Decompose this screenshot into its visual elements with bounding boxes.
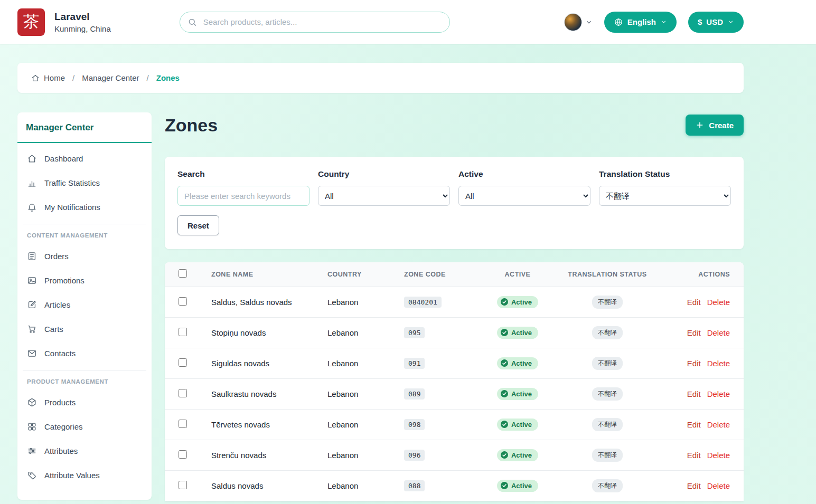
translation-badge: 不翻译 (592, 357, 623, 370)
country-select[interactable]: All (318, 186, 450, 206)
global-search-input[interactable] (180, 12, 450, 33)
filter-active-label: Active (458, 169, 590, 179)
check-circle-icon (501, 359, 508, 367)
edit-link[interactable]: Edit (687, 389, 701, 398)
column-country: COUNTRY (322, 262, 399, 287)
edit-link[interactable]: Edit (687, 298, 701, 307)
status-badge-label: Active (511, 421, 532, 429)
edit-link[interactable]: Edit (687, 328, 701, 337)
delete-link[interactable]: Delete (707, 420, 730, 429)
status-badge-label: Active (511, 359, 532, 367)
zone-name-cell: Siguldas novads (206, 348, 322, 378)
sidebar-item-my-notifications[interactable]: My Notifications (22, 195, 147, 219)
table-row-t-rvetes-novads: Tērvetes novads Lebanon 098 Active 不翻译 (165, 409, 744, 440)
zone-name-cell: Strenču novads (206, 440, 322, 470)
edit-link[interactable]: Edit (687, 481, 701, 490)
create-button-label: Create (709, 121, 734, 130)
edit-link[interactable]: Edit (687, 359, 701, 368)
zone-name-cell: Stopiņu novads (206, 317, 322, 348)
row-checkbox[interactable] (179, 328, 187, 336)
categories-icon (27, 422, 37, 432)
currency-label: USD (706, 17, 723, 26)
sidebar-item-traffic-statistics[interactable]: Traffic Statistics (22, 170, 147, 195)
sidebar-item-carts[interactable]: Carts (22, 317, 147, 341)
sidebar-item-label: Orders (44, 252, 69, 261)
zone-code-badge: 095 (404, 327, 425, 338)
reset-button[interactable]: Reset (177, 215, 219, 235)
filter-search: Search Reset (177, 169, 309, 235)
sidebar-item-articles[interactable]: Articles (22, 292, 147, 317)
breadcrumb-manager-center[interactable]: Manager Center (82, 73, 139, 82)
globe-icon (614, 17, 623, 27)
sidebar-item-products[interactable]: Products (22, 390, 147, 414)
sidebar-item-attribute-values[interactable]: Attribute Values (22, 463, 147, 487)
sidebar-nav-main: Dashboard Traffic Statistics My Notifica… (17, 143, 152, 220)
sidebar-item-contacts[interactable]: Contacts (22, 341, 147, 365)
zone-code-badge: 089 (404, 388, 425, 400)
column-actions: ACTIONS (658, 262, 744, 287)
active-select[interactable]: All (458, 186, 590, 206)
app-logo[interactable]: 茶 (17, 8, 45, 36)
delete-link[interactable]: Delete (707, 481, 730, 490)
sidebar-item-promotions[interactable]: Promotions (22, 268, 147, 292)
zone-name-cell: Saulkrastu novads (206, 378, 322, 409)
bell-icon (27, 202, 37, 212)
main-panel: Zones Create Search Reset Country (165, 112, 744, 501)
promotions-icon (27, 275, 37, 286)
create-button[interactable]: Create (686, 115, 744, 136)
brand-block: Laravel Kunming, China (54, 11, 111, 33)
check-circle-icon (501, 390, 508, 397)
row-checkbox[interactable] (179, 358, 187, 367)
content-area: Manager Center Dashboard Traffic Statist… (17, 112, 744, 501)
breadcrumb-home-label: Home (44, 73, 65, 82)
row-checkbox[interactable] (179, 297, 187, 306)
sidebar-item-label: Articles (44, 300, 70, 309)
row-checkbox[interactable] (179, 450, 187, 459)
sidebar: Manager Center Dashboard Traffic Statist… (17, 112, 152, 500)
row-checkbox[interactable] (179, 420, 187, 428)
delete-link[interactable]: Delete (707, 359, 730, 368)
attributes-icon (27, 446, 37, 456)
status-badge: Active (497, 357, 538, 369)
check-circle-icon (501, 298, 508, 306)
status-badge: Active (497, 388, 538, 400)
edit-link[interactable]: Edit (687, 420, 701, 429)
breadcrumb-current: Zones (156, 73, 180, 82)
language-label: English (627, 17, 656, 26)
edit-link[interactable]: Edit (687, 451, 701, 460)
brand-location: Kunming, China (54, 24, 111, 33)
delete-link[interactable]: Delete (707, 328, 730, 337)
tag-icon (27, 470, 37, 480)
sidebar-item-attributes[interactable]: Attributes (22, 439, 147, 463)
delete-link[interactable]: Delete (707, 298, 730, 307)
sidebar-item-orders[interactable]: Orders (22, 244, 147, 268)
row-checkbox[interactable] (179, 389, 187, 397)
sidebar-item-label: Categories (44, 422, 83, 431)
table-row-stren-u-novads: Strenču novads Lebanon 096 Active 不翻译 (165, 440, 744, 470)
user-menu[interactable] (564, 13, 593, 31)
table-row-siguldas-novads: Siguldas novads Lebanon 091 Active 不翻译 (165, 348, 744, 378)
sidebar-item-dashboard[interactable]: Dashboard (22, 146, 147, 170)
table-row-stopi-u-novads: Stopiņu novads Lebanon 095 Active 不翻译 (165, 317, 744, 348)
delete-link[interactable]: Delete (707, 451, 730, 460)
translation-badge: 不翻译 (592, 418, 623, 431)
avatar[interactable] (564, 13, 582, 31)
sidebar-item-categories[interactable]: Categories (22, 414, 147, 439)
sidebar-item-label: Attributes (44, 446, 78, 455)
filter-country-label: Country (318, 169, 450, 179)
zone-code-badge: 096 (404, 450, 425, 461)
breadcrumb-separator: / (147, 73, 149, 82)
actions-cell: EditDelete (658, 348, 744, 378)
language-button[interactable]: English (604, 12, 677, 33)
row-checkbox[interactable] (179, 481, 187, 489)
page-title: Zones (165, 115, 218, 136)
translation-select[interactable]: 不翻译 (599, 186, 731, 206)
select-all-checkbox[interactable] (179, 269, 187, 278)
header-actions: English $ USD (564, 12, 744, 33)
currency-button[interactable]: $ USD (688, 12, 744, 33)
country-cell: Lebanon (322, 440, 399, 470)
filter-search-input[interactable] (177, 186, 309, 206)
status-badge-label: Active (511, 482, 532, 490)
breadcrumb-home[interactable]: Home (31, 73, 65, 82)
delete-link[interactable]: Delete (707, 389, 730, 398)
